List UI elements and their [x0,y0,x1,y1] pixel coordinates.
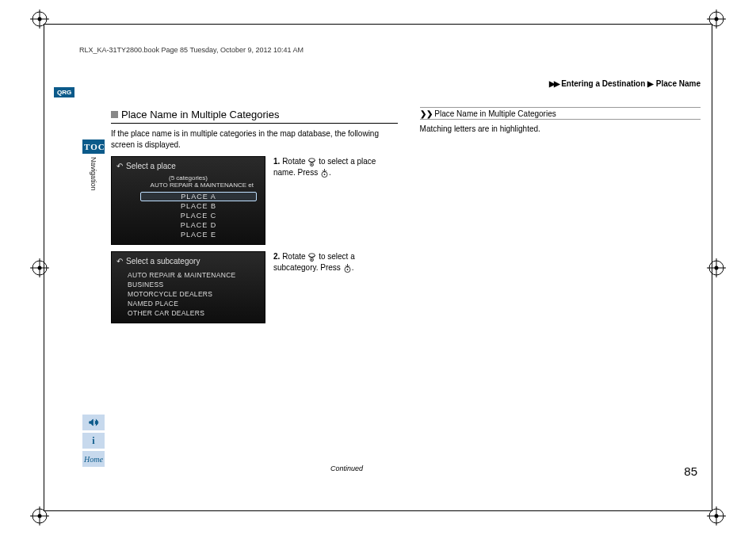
left-column: Place Name in Multiple Categories If the… [111,107,398,487]
screenshot-header: ↶ Select a subcategory [112,255,265,268]
screenshot-title: Select a subcategory [126,257,200,266]
screenshot-meta: AUTO REPAIR & MAINTENANCE et [112,182,265,190]
toc-section-label: Navigation [90,157,97,191]
qrg-tag[interactable]: QRG [54,87,74,97]
rotate-dial-icon [307,157,316,167]
step-number: 1. [273,157,280,166]
list-item: BUSINESS [124,280,265,289]
sidenote-title-row: ❯❯ Place Name in Multiple Categories [420,108,701,118]
back-icon: ↶ [116,162,123,170]
step-part: Rotate [282,252,307,261]
breadcrumb: ▶▶ Entering a Destination ▶ Place Name [549,79,701,88]
screenshot-select-subcategory: ↶ Select a subcategory AUTO REPAIR & MAI… [111,251,265,323]
main-columns: Place Name in Multiple Categories If the… [111,107,701,487]
svg-point-28 [323,174,325,175]
crop-mark-icon [707,10,726,29]
right-column: ❯❯ Place Name in Multiple Categories Mat… [420,107,701,487]
list-item: PLACE B [140,201,257,211]
crop-mark-icon [30,258,49,277]
screenshot-title: Select a place [126,162,176,170]
step-part: . [329,168,331,177]
screenshot-list: AUTO REPAIR & MAINTENANCE BUSINESS MOTOR… [112,268,265,318]
home-button[interactable]: Home [82,451,105,467]
info-icon: i [92,435,94,447]
press-dial-icon [320,168,329,178]
sidenote-title: Place Name in Multiple Categories [434,109,556,118]
crop-mark-icon [707,506,726,525]
screenshot-header: ↶ Select a place [112,160,265,173]
list-item: PLACE D [140,220,257,230]
breadcrumb-seg[interactable]: Entering a Destination [561,79,645,88]
continued-label: Continued [330,464,363,472]
crop-mark-icon [30,506,49,525]
screenshot-select-place: ↶ Select a place (5 categories) AUTO REP… [111,156,265,245]
crop-mark-icon [707,258,726,277]
list-item: MOTORCYCLE DEALERS [124,289,265,299]
breadcrumb-seg[interactable]: Place Name [656,79,701,88]
list-item: PLACE E [140,230,257,239]
step-part: Rotate [282,157,307,166]
sidenote-marker-icon: ❯❯ [420,109,433,118]
back-icon: ↶ [116,257,123,266]
section-intro: If the place name is in multiple categor… [111,128,398,150]
step-number: 2. [273,252,280,261]
screenshot-count: (5 categories) [112,173,265,182]
voice-button[interactable] [82,415,105,430]
section-bullet-icon [111,111,118,118]
list-item: PLACE A [140,192,257,201]
toc-strip: TOC Navigation [82,139,105,191]
sidenote-body: Matching letters are in highlighted. [420,120,701,133]
breadcrumb-sep-icon: ▶ [647,79,654,88]
svg-point-26 [311,164,313,166]
press-dial-icon [343,263,352,273]
step-row: ↶ Select a subcategory AUTO REPAIR & MAI… [111,251,398,323]
list-item: PLACE C [140,211,257,220]
page-number: 85 [684,464,697,478]
list-item: AUTO REPAIR & MAINTENANCE [124,270,265,280]
section-title: Place Name in Multiple Categories [121,109,279,120]
voice-icon [88,417,99,428]
svg-point-32 [311,259,313,261]
list-item: NAMED PLACE [124,299,265,308]
step-text: 1. Rotate to select a place name. Press … [273,156,398,245]
breadcrumb-arrows-icon: ▶▶ [549,79,559,88]
step-part: . [352,263,354,272]
toc-button[interactable]: TOC [82,139,105,154]
list-item: OTHER CAR DEALERS [124,308,265,318]
step-row: ↶ Select a place (5 categories) AUTO REP… [111,156,398,245]
crop-mark-icon [30,10,49,29]
step-text: 2. Rotate to select a subcategory. Press… [273,251,398,323]
page: RLX_KA-31TY2800.book Page 85 Tuesday, Oc… [0,0,756,535]
info-button[interactable]: i [82,433,105,449]
side-icon-bar: i Home [82,415,105,467]
section-title-row: Place Name in Multiple Categories [111,107,398,124]
svg-point-34 [346,269,348,270]
book-header-line: RLX_KA-31TY2800.book Page 85 Tuesday, Oc… [55,32,701,54]
rotate-dial-icon [307,252,316,262]
screenshot-list: PLACE A PLACE B PLACE C PLACE D PLACE E [112,190,265,239]
